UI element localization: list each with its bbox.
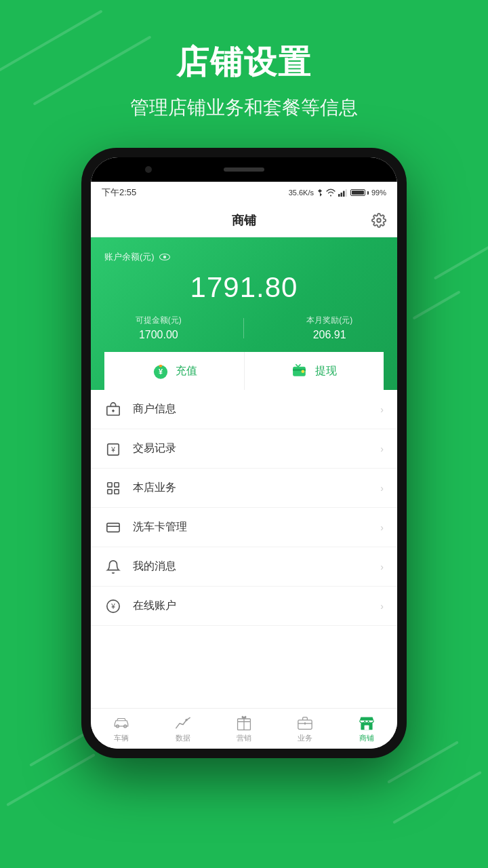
svg-point-4 [377,218,381,222]
chevron-right-icon: › [380,522,384,533]
withdrawable-amount: 可提金额(元) 1700.00 [136,315,182,341]
nav-bar: 商铺 [91,203,397,237]
nav-title: 商铺 [232,212,256,229]
withdraw-button[interactable]: 提现 [245,352,384,390]
car-icon [113,714,130,732]
phone-mockup: 下午2:55 35.6K/s [81,148,407,758]
menu-item-store-business[interactable]: 本店业务 › [91,469,397,508]
transaction-label: 交易记录 [133,441,380,456]
yuan-circle-icon: ¥ [104,597,122,615]
recharge-label: 充值 [176,364,197,378]
phone-top-bar [91,157,397,182]
menu-item-messages[interactable]: 我的消息 › [91,547,397,587]
svg-point-29 [185,719,187,721]
menu-item-online-account[interactable]: ¥ 在线账户 › [91,587,397,626]
status-right: 35.6K/s [289,189,386,197]
svg-rect-18 [108,482,112,486]
menu-list: 商户信息 › ¥ 交易记录 › [91,390,397,708]
chevron-right-icon: › [380,601,384,612]
recharge-button[interactable]: ¥ 充值 [104,352,245,390]
page-subtitle: 管理店铺业务和套餐等信息 [130,95,358,121]
menu-item-carwash-card[interactable]: 洗车卡管理 › [91,508,397,547]
tab-marketing[interactable]: 营销 [214,714,274,743]
chevron-right-icon: › [380,561,384,572]
tab-store[interactable]: 商铺 [336,714,397,743]
store-business-label: 本店业务 [133,481,380,495]
svg-rect-33 [298,720,312,730]
chart-icon [174,714,192,732]
balance-amount: 1791.80 [104,271,384,304]
status-bar: 下午2:55 35.6K/s [91,182,397,203]
tab-business-label: 业务 [298,733,312,743]
online-account-label: 在线账户 [133,599,380,613]
card-icon [104,519,122,536]
status-time: 下午2:55 [102,186,136,199]
bluetooth-icon [317,189,323,197]
recharge-icon: ¥ [151,361,170,380]
carwash-card-label: 洗车卡管理 [133,520,380,534]
tab-bar: 车辆 数据 [91,708,397,749]
svg-text:¥: ¥ [110,446,115,453]
tab-marketing-label: 营销 [237,733,251,743]
tab-business[interactable]: 业务 [274,714,336,743]
speaker [224,167,264,172]
balance-sub-row: 可提金额(元) 1700.00 本月奖励(元) 206.91 [104,315,384,341]
svg-rect-12 [302,370,305,373]
bell-icon [104,558,122,576]
settings-icon[interactable] [371,213,386,228]
grid-icon [104,479,122,497]
svg-text:¥: ¥ [159,368,163,376]
chevron-right-icon: › [380,443,384,454]
svg-rect-1 [340,193,342,197]
svg-rect-37 [364,725,369,730]
tab-vehicles[interactable]: 车辆 [91,714,152,743]
svg-rect-22 [107,523,119,532]
chevron-right-icon: › [380,404,384,415]
withdraw-label: 提现 [315,364,337,378]
menu-item-merchant-info[interactable]: 商户信息 › [91,390,397,429]
eye-icon[interactable] [159,253,171,261]
withdrawable-value: 1700.00 [136,329,182,341]
balance-card: 账户余额(元) 1791.80 可提金额(元) 1700.00 本月奖 [91,237,397,390]
messages-label: 我的消息 [133,559,380,574]
store-tab-icon [358,714,375,732]
tab-data-label: 数据 [176,733,190,743]
svg-rect-2 [343,191,345,197]
svg-rect-3 [345,189,347,197]
withdraw-icon [291,361,310,380]
chevron-right-icon: › [380,483,384,494]
monthly-bonus: 本月奖励(元) 206.91 [306,315,352,341]
network-speed: 35.6K/s [289,189,314,197]
balance-actions: ¥ 充值 提现 [104,352,384,390]
page-header: 店铺设置 管理店铺业务和套餐等信息 [130,0,358,121]
svg-rect-21 [115,489,119,493]
svg-rect-19 [115,482,119,486]
tab-store-label: 商铺 [359,733,374,743]
menu-item-transaction[interactable]: ¥ 交易记录 › [91,429,397,469]
svg-point-6 [163,256,166,259]
yuan-icon: ¥ [104,440,122,458]
balance-label: 账户余额(元) [104,251,384,263]
briefcase-icon [296,714,314,732]
svg-rect-20 [108,489,112,493]
svg-rect-9 [159,365,162,368]
signal-icon [338,189,348,197]
monthly-bonus-value: 206.91 [306,329,352,341]
withdrawable-label: 可提金额(元) [136,315,182,326]
svg-rect-0 [338,194,340,197]
battery: 99% [350,189,386,197]
battery-pct: 99% [371,189,386,197]
monthly-bonus-label: 本月奖励(元) [306,315,352,326]
gift-icon [235,714,253,732]
svg-text:¥: ¥ [110,602,115,610]
store-icon [104,401,122,418]
wifi-icon [326,189,336,197]
merchant-info-label: 商户信息 [133,402,380,416]
camera [145,166,152,173]
tab-vehicles-label: 车辆 [114,733,129,743]
page-title: 店铺设置 [130,41,358,84]
tab-data[interactable]: 数据 [152,714,213,743]
